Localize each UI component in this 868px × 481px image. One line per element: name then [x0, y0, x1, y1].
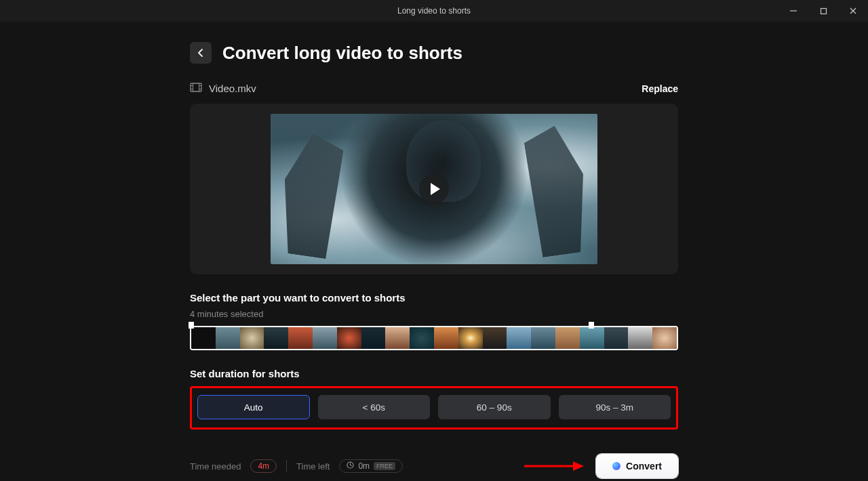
timeline-thumb [288, 327, 313, 349]
title-bar: Long video to shorts [0, 0, 868, 22]
app-body: Convert long video to shorts Video.mkv R… [0, 22, 868, 481]
play-button[interactable] [419, 174, 449, 204]
time-left-label: Time left [296, 461, 330, 472]
timeline-thumb [555, 327, 580, 349]
time-needed-label: Time needed [190, 461, 241, 472]
thumbnail-art [275, 131, 345, 259]
separator [286, 460, 287, 472]
timeline-thumb [507, 327, 531, 349]
timeline-handle-right[interactable] [589, 322, 594, 329]
duration-label: Set duration for shorts [190, 368, 678, 379]
timeline-thumb [313, 327, 337, 349]
replace-button[interactable]: Replace [642, 83, 678, 94]
timeline-thumb [216, 327, 240, 349]
svg-rect-1 [821, 8, 826, 14]
file-row: Video.mkv Replace [190, 83, 678, 94]
annotation-arrow [403, 459, 596, 473]
duration-options: Auto < 60s 60 – 90s 90s – 3m [197, 395, 671, 419]
timeline-thumb [604, 327, 629, 349]
video-file-icon [190, 83, 202, 94]
video-thumbnail [271, 114, 597, 264]
window-controls [778, 0, 868, 22]
select-part-label: Select the part you want to convert to s… [190, 292, 678, 304]
timeline-thumb [531, 327, 555, 349]
file-info: Video.mkv [190, 83, 256, 94]
duration-option-90s-3m[interactable]: 90s – 3m [559, 395, 671, 419]
svg-rect-4 [191, 83, 201, 91]
timeline-thumb [628, 327, 652, 349]
time-meta: Time needed 4m Time left 0m FREE [190, 459, 403, 473]
timeline-thumb [337, 327, 361, 349]
timeline-thumb [240, 327, 264, 349]
timeline-thumb [385, 327, 410, 349]
thumbnail-art [522, 123, 594, 257]
window-title: Long video to shorts [397, 6, 471, 16]
timeline-thumb [191, 327, 216, 349]
back-button[interactable] [190, 42, 212, 64]
timeline-thumb [434, 327, 458, 349]
convert-button-label: Convert [626, 461, 662, 472]
selection-duration-text: 4 minutes selected [190, 309, 678, 319]
time-left-tag: FREE [374, 462, 395, 470]
timeline[interactable] [190, 326, 678, 350]
time-needed-value: 4m [250, 459, 277, 473]
close-button[interactable] [838, 0, 868, 22]
duration-option-auto[interactable]: Auto [197, 395, 310, 419]
convert-button[interactable]: Convert [596, 454, 678, 478]
timeline-thumb [361, 327, 386, 349]
minimize-button[interactable] [778, 0, 808, 22]
video-preview [190, 104, 678, 274]
duration-option-60s[interactable]: < 60s [318, 395, 431, 419]
timeline-thumb [652, 327, 677, 349]
timeline-thumb [264, 327, 288, 349]
ai-spark-icon [612, 462, 620, 470]
footer-bar: Time needed 4m Time left 0m FREE Convert [190, 454, 678, 478]
timeline-thumb [580, 327, 604, 349]
time-left-pill: 0m FREE [339, 459, 403, 473]
timeline-thumb [410, 327, 434, 349]
duration-option-60-90s[interactable]: 60 – 90s [438, 395, 551, 419]
page-header: Convert long video to shorts [190, 42, 678, 64]
timeline-thumb [483, 327, 507, 349]
annotation-highlight-box: Auto < 60s 60 – 90s 90s – 3m [190, 386, 678, 430]
duration-section: Set duration for shorts Auto < 60s 60 – … [190, 368, 678, 430]
timeline-track[interactable] [190, 326, 678, 350]
clock-icon [347, 461, 354, 471]
page-title: Convert long video to shorts [222, 43, 462, 64]
timeline-handle-left[interactable] [189, 322, 194, 329]
file-name: Video.mkv [209, 83, 256, 94]
timeline-thumb [458, 327, 483, 349]
svg-marker-13 [573, 461, 584, 471]
maximize-button[interactable] [808, 0, 838, 22]
time-left-value: 0m [358, 461, 370, 471]
